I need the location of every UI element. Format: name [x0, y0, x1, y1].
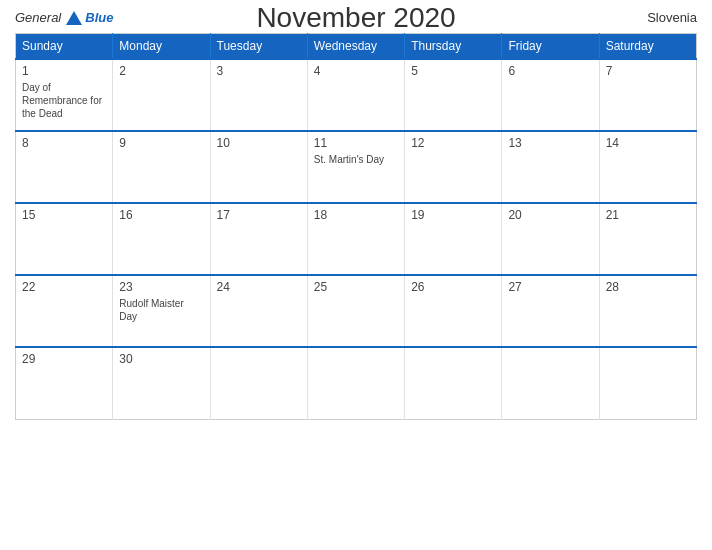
day-number: 19: [411, 208, 495, 222]
table-row: 1Day of Remembrance for the Dead: [16, 59, 113, 131]
table-row: 26: [405, 275, 502, 347]
col-tuesday: Tuesday: [210, 34, 307, 60]
table-row: [502, 347, 599, 419]
day-number: 9: [119, 136, 203, 150]
day-number: 2: [119, 64, 203, 78]
table-row: 11St. Martin's Day: [307, 131, 404, 203]
table-row: 8: [16, 131, 113, 203]
day-number: 13: [508, 136, 592, 150]
day-number: 5: [411, 64, 495, 78]
calendar-row: 1Day of Remembrance for the Dead234567: [16, 59, 697, 131]
logo-general: General: [15, 10, 61, 25]
table-row: 22: [16, 275, 113, 347]
table-row: 30: [113, 347, 210, 419]
day-number: 26: [411, 280, 495, 294]
table-row: [599, 347, 696, 419]
day-number: 21: [606, 208, 690, 222]
table-row: 3: [210, 59, 307, 131]
day-number: 3: [217, 64, 301, 78]
table-row: 25: [307, 275, 404, 347]
day-number: 4: [314, 64, 398, 78]
table-row: 13: [502, 131, 599, 203]
table-row: 14: [599, 131, 696, 203]
day-number: 17: [217, 208, 301, 222]
day-number: 12: [411, 136, 495, 150]
day-number: 25: [314, 280, 398, 294]
calendar-row: 2930: [16, 347, 697, 419]
day-number: 20: [508, 208, 592, 222]
day-number: 15: [22, 208, 106, 222]
col-saturday: Saturday: [599, 34, 696, 60]
calendar-row: 891011St. Martin's Day121314: [16, 131, 697, 203]
table-row: 9: [113, 131, 210, 203]
col-monday: Monday: [113, 34, 210, 60]
logo-blue: Blue: [85, 10, 113, 25]
calendar-row: 15161718192021: [16, 203, 697, 275]
table-row: 17: [210, 203, 307, 275]
day-number: 29: [22, 352, 106, 366]
holiday-label: Rudolf Maister Day: [119, 298, 183, 322]
day-number: 8: [22, 136, 106, 150]
table-row: 16: [113, 203, 210, 275]
header: General Blue November 2020 Slovenia: [15, 10, 697, 25]
day-number: 6: [508, 64, 592, 78]
table-row: 28: [599, 275, 696, 347]
col-thursday: Thursday: [405, 34, 502, 60]
header-row: Sunday Monday Tuesday Wednesday Thursday…: [16, 34, 697, 60]
day-number: 1: [22, 64, 106, 78]
table-row: 23Rudolf Maister Day: [113, 275, 210, 347]
calendar-header: Sunday Monday Tuesday Wednesday Thursday…: [16, 34, 697, 60]
page: General Blue November 2020 Slovenia Sund…: [0, 0, 712, 550]
page-title: November 2020: [256, 2, 455, 34]
table-row: 4: [307, 59, 404, 131]
day-number: 18: [314, 208, 398, 222]
table-row: 29: [16, 347, 113, 419]
table-row: 6: [502, 59, 599, 131]
calendar-body: 1Day of Remembrance for the Dead23456789…: [16, 59, 697, 419]
table-row: 20: [502, 203, 599, 275]
table-row: 21: [599, 203, 696, 275]
day-number: 7: [606, 64, 690, 78]
calendar-table: Sunday Monday Tuesday Wednesday Thursday…: [15, 33, 697, 420]
calendar-row: 2223Rudolf Maister Day2425262728: [16, 275, 697, 347]
holiday-label: Day of Remembrance for the Dead: [22, 82, 102, 119]
day-number: 11: [314, 136, 398, 150]
table-row: [307, 347, 404, 419]
country-label: Slovenia: [647, 10, 697, 25]
table-row: 7: [599, 59, 696, 131]
day-number: 14: [606, 136, 690, 150]
col-wednesday: Wednesday: [307, 34, 404, 60]
col-friday: Friday: [502, 34, 599, 60]
table-row: 18: [307, 203, 404, 275]
table-row: 15: [16, 203, 113, 275]
table-row: [210, 347, 307, 419]
day-number: 10: [217, 136, 301, 150]
holiday-label: St. Martin's Day: [314, 154, 384, 165]
day-number: 23: [119, 280, 203, 294]
table-row: 2: [113, 59, 210, 131]
day-number: 27: [508, 280, 592, 294]
col-sunday: Sunday: [16, 34, 113, 60]
day-number: 22: [22, 280, 106, 294]
table-row: 24: [210, 275, 307, 347]
day-number: 30: [119, 352, 203, 366]
table-row: 10: [210, 131, 307, 203]
table-row: 5: [405, 59, 502, 131]
day-number: 24: [217, 280, 301, 294]
table-row: [405, 347, 502, 419]
day-number: 28: [606, 280, 690, 294]
day-number: 16: [119, 208, 203, 222]
table-row: 12: [405, 131, 502, 203]
table-row: 27: [502, 275, 599, 347]
table-row: 19: [405, 203, 502, 275]
logo-triangle-icon: [66, 11, 82, 25]
logo: General Blue: [15, 10, 113, 25]
